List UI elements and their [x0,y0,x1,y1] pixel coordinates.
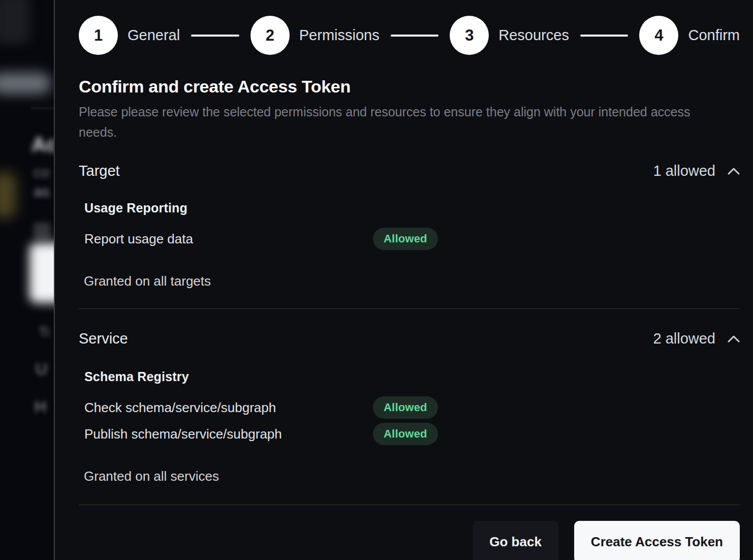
blurred-nav-label [0,73,51,94]
permission-label: Publish schema/service/subgraph [84,426,373,442]
blurred-white-card [29,243,54,303]
blurred-text-account: Ac [32,133,54,156]
granted-note-services: Granted on all services [84,469,740,484]
create-access-token-modal: 1 General 2 Permissions 3 Resources 4 Co… [54,0,753,560]
modal-footer: Go back Create Access Token [79,521,740,560]
section-header-target: Target 1 allowed [79,163,740,179]
permission-label: Report usage data [84,231,373,247]
chevron-up-icon [728,167,740,175]
status-badge-allowed: Allowed [373,423,438,445]
stepper-connector [580,35,629,37]
section-header-service: Service 2 allowed [79,330,740,347]
stepper-connector [191,35,239,37]
permission-group-schema-registry: Schema Registry Check schema/service/sub… [84,347,740,445]
create-access-token-button[interactable]: Create Access Token [574,521,740,560]
permission-row: Check schema/service/subgraph Allowed [84,396,740,419]
step-resources-number: 3 [450,16,489,55]
section-name-target: Target [79,163,120,179]
step-permissions-label: Permissions [299,27,380,44]
chevron-up-icon [728,335,740,343]
section-toggle-target[interactable]: 1 allowed [653,163,740,179]
go-back-button[interactable]: Go back [473,521,558,560]
step-general-number: 1 [79,16,118,55]
step-permissions[interactable]: 2 Permissions [250,16,380,55]
background-sidebar: Ac co as Ti U H [0,0,54,560]
group-heading: Schema Registry [84,369,740,384]
blurred-logo [0,0,30,44]
blurred-text-h: H [35,397,46,416]
blurred-divider [30,108,54,109]
step-permissions-number: 2 [250,16,290,55]
step-resources[interactable]: 3 Resources [450,16,569,55]
blurred-text-line3: as [34,183,50,200]
section-toggle-service[interactable]: 2 allowed [653,330,740,347]
section-divider [79,308,740,309]
page-title: Confirm and create Access Token [79,77,740,97]
permission-group-usage-reporting: Usage Reporting Report usage data Allowe… [84,179,740,250]
screen: Ac co as Ti U H 1 General 2 Permissions … [0,0,753,560]
group-heading: Usage Reporting [84,201,740,215]
page-subtitle: Please please review the selected permis… [79,102,709,142]
step-general[interactable]: 1 General [79,16,180,55]
step-confirm[interactable]: 4 Confirm [639,16,740,55]
section-count-service: 2 allowed [653,330,715,347]
section-name-service: Service [79,330,128,347]
step-confirm-label: Confirm [688,27,740,44]
wizard-stepper: 1 General 2 Permissions 3 Resources 4 Co… [79,16,740,55]
granted-note-targets: Granted on all targets [84,273,740,289]
step-resources-label: Resources [498,27,569,44]
step-general-label: General [128,27,180,44]
blurred-text-line2: co [34,164,50,181]
blurred-icon [34,223,51,240]
step-confirm-number: 4 [639,16,678,55]
permission-label: Check schema/service/subgraph [84,400,373,416]
permission-row: Report usage data Allowed [84,228,740,250]
status-badge-allowed: Allowed [373,228,438,250]
stepper-connector [391,35,439,37]
blurred-text-u: U [36,360,47,379]
section-count-target: 1 allowed [653,163,715,179]
status-badge-allowed: Allowed [373,396,438,419]
blurred-accent-shape [0,172,16,219]
blurred-text-ti: Ti [39,324,49,340]
footer-divider [79,505,740,505]
permission-row: Publish schema/service/subgraph Allowed [84,423,740,445]
